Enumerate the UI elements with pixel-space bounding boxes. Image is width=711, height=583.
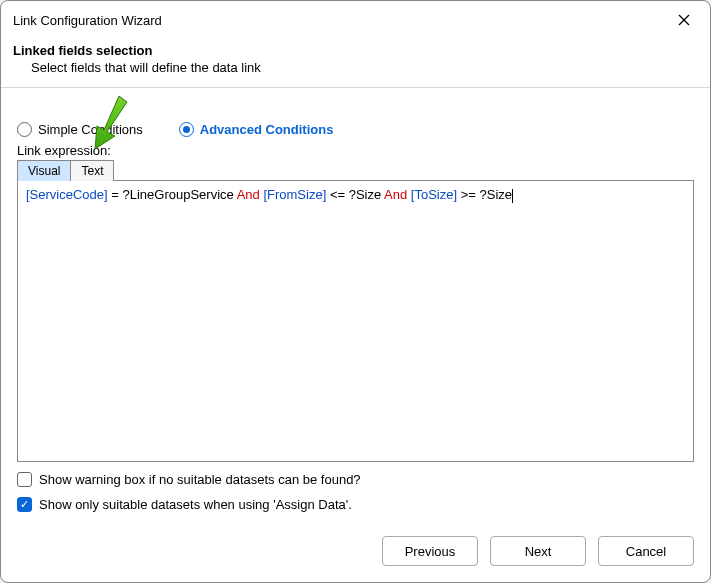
- checkbox-show-suitable[interactable]: ✓ Show only suitable datasets when using…: [17, 497, 694, 512]
- page-subtitle: Select fields that will define the data …: [31, 60, 698, 75]
- content-area: Simple Conditions Advanced Conditions Li…: [1, 88, 710, 522]
- window-title: Link Configuration Wizard: [13, 13, 162, 28]
- titlebar: Link Configuration Wizard: [1, 1, 710, 37]
- conditions-radio-group: Simple Conditions Advanced Conditions: [17, 122, 694, 137]
- expression-token: And: [237, 187, 260, 202]
- footer-buttons: Previous Next Cancel: [1, 522, 710, 582]
- expression-label: Link expression:: [17, 143, 694, 158]
- radio-advanced-conditions[interactable]: Advanced Conditions: [179, 122, 334, 137]
- text-cursor: [512, 189, 513, 203]
- radio-label: Simple Conditions: [38, 122, 143, 137]
- radio-simple-conditions[interactable]: Simple Conditions: [17, 122, 143, 137]
- expression-token: >= ?Size: [457, 187, 512, 202]
- tab-text[interactable]: Text: [70, 160, 114, 181]
- page-title: Linked fields selection: [13, 43, 698, 58]
- wizard-window: Link Configuration Wizard Linked fields …: [0, 0, 711, 583]
- checkbox-icon: ✓: [17, 497, 32, 512]
- checkbox-icon: ✓: [17, 472, 32, 487]
- previous-button[interactable]: Previous: [382, 536, 478, 566]
- radio-icon: [17, 122, 32, 137]
- expression-token: [ServiceCode]: [26, 187, 108, 202]
- expression-tabs: Visual Text: [17, 160, 694, 181]
- checkbox-label: Show only suitable datasets when using '…: [39, 497, 352, 512]
- radio-label: Advanced Conditions: [200, 122, 334, 137]
- header-section: Linked fields selection Select fields th…: [1, 37, 710, 88]
- expression-token: [FromSize]: [263, 187, 326, 202]
- expression-token: <= ?Size: [326, 187, 384, 202]
- expression-token: [ToSize]: [411, 187, 457, 202]
- tab-visual[interactable]: Visual: [17, 160, 71, 181]
- expression-editor[interactable]: [ServiceCode] = ?LineGroupService And [F…: [17, 181, 694, 462]
- expression-token: And: [384, 187, 407, 202]
- radio-icon: [179, 122, 194, 137]
- next-button[interactable]: Next: [490, 536, 586, 566]
- expression-token: = ?LineGroupService: [108, 187, 237, 202]
- tab-rest: [113, 160, 694, 181]
- close-icon[interactable]: [670, 9, 698, 31]
- cancel-button[interactable]: Cancel: [598, 536, 694, 566]
- checkbox-label: Show warning box if no suitable datasets…: [39, 472, 361, 487]
- checkbox-show-warning[interactable]: ✓ Show warning box if no suitable datase…: [17, 472, 694, 487]
